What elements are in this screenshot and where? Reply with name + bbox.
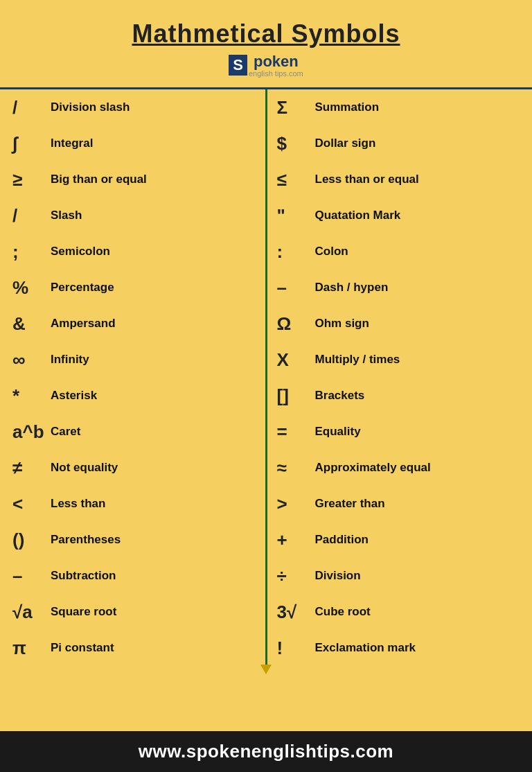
symbol-label: Dash / hypen [315, 281, 520, 295]
divider-row [0, 82, 532, 89]
brand-name: poken [254, 53, 299, 70]
right-row: [] Brackets [267, 378, 533, 414]
right-row: 3√ Cube root [267, 594, 533, 630]
symbol-label: Asterisk [51, 389, 257, 403]
left-row: & Ampersand [0, 306, 265, 342]
left-row: < Less than [0, 486, 265, 522]
right-row: – Dash / hypen [267, 270, 533, 306]
symbol-label: Division slash [51, 100, 257, 114]
left-row: / Division slash [0, 89, 265, 125]
symbol-label: Quatation Mark [315, 209, 520, 222]
right-row: : Colon [267, 234, 533, 270]
right-column: Σ Summation $ Dollar sign ≤ Less than or… [267, 89, 533, 666]
symbol: < [12, 493, 51, 515]
symbol-label: Not equality [51, 461, 257, 475]
symbol: $ [277, 133, 315, 155]
symbol-label: Exclamation mark [315, 641, 520, 655]
right-row: > Greater than [267, 486, 533, 522]
symbol-label: Brackets [315, 389, 520, 403]
symbol: ≤ [277, 169, 315, 191]
symbol: a^b [12, 421, 51, 443]
symbols-container: / Division slash ∫ Integral ≥ Big than o… [0, 89, 532, 666]
right-row: Σ Summation [267, 89, 533, 125]
left-row: ; Semicolon [0, 234, 265, 270]
right-row: X Multiply / times [267, 342, 533, 378]
left-row: () Parentheses [0, 522, 265, 558]
symbol: = [277, 421, 315, 443]
left-row: ≥ Big than or equal [0, 161, 265, 198]
symbol: [] [277, 385, 315, 407]
symbol: : [277, 241, 315, 263]
right-row: + Paddition [267, 522, 533, 558]
symbol: ! [277, 638, 315, 659]
symbol: Σ [277, 97, 315, 119]
symbol: 3√ [277, 602, 315, 623]
symbol: " [277, 205, 315, 227]
symbol-label: Percentage [51, 281, 257, 295]
symbol-label: Ampersand [51, 317, 257, 331]
symbol: () [12, 529, 51, 551]
symbol: ; [12, 241, 51, 263]
symbol: ≠ [12, 457, 51, 479]
right-row: = Equality [267, 414, 533, 450]
symbol: * [12, 385, 51, 407]
symbol-label: Caret [51, 425, 257, 439]
symbol: ∫ [12, 133, 51, 155]
symbol-label: Equality [315, 425, 520, 439]
right-row: $ Dollar sign [267, 125, 533, 161]
symbol-label: Colon [315, 245, 520, 258]
symbol-label: Slash [51, 209, 257, 222]
left-row: π Pi constant [0, 630, 265, 666]
symbol: X [277, 349, 315, 371]
symbol-label: Greater than [315, 497, 520, 511]
left-row: % Percentage [0, 270, 265, 306]
symbol: / [12, 205, 51, 227]
brand-s: S [229, 55, 247, 76]
left-row: * Asterisk [0, 378, 265, 414]
symbol-label: Square root [51, 605, 257, 619]
right-row: ! Exclamation mark [267, 630, 533, 666]
symbol: + [277, 529, 315, 551]
footer-url: www.spokenenglishtips.com [139, 741, 393, 762]
symbol: – [12, 565, 51, 587]
symbol: Ω [277, 313, 315, 335]
symbol: ∞ [12, 349, 51, 371]
symbol-label: Pi constant [51, 641, 257, 655]
left-row: a^b Caret [0, 414, 265, 450]
symbol-label: Dollar sign [315, 137, 520, 150]
main-content: Mathmetical Symbols S poken english tips… [0, 0, 532, 731]
brand-badge: S poken english tips.com [229, 53, 303, 78]
right-row: " Quatation Mark [267, 198, 533, 234]
symbol-label: Approximately equal [315, 461, 520, 475]
left-row: – Subtraction [0, 558, 265, 594]
symbol-label: Ohm sign [315, 317, 520, 331]
footer: www.spokenenglishtips.com [0, 731, 532, 772]
left-row: ∫ Integral [0, 125, 265, 161]
symbol-label: Big than or equal [51, 173, 257, 186]
page-title: Mathmetical Symbols [7, 19, 525, 49]
title-section: Mathmetical Symbols S poken english tips… [0, 7, 532, 82]
symbol: ÷ [277, 565, 315, 587]
symbol-label: Cube root [315, 605, 520, 619]
symbol: ≈ [277, 457, 315, 479]
left-row: ≠ Not equality [0, 450, 265, 486]
symbol: √a [12, 602, 51, 623]
right-row: ≈ Approximately equal [267, 450, 533, 486]
symbol-label: Paddition [315, 533, 520, 547]
symbol: ≥ [12, 169, 51, 191]
symbol: % [12, 277, 51, 299]
symbol-label: Multiply / times [315, 353, 520, 367]
symbol-label: Integral [51, 137, 257, 150]
left-column: / Division slash ∫ Integral ≥ Big than o… [0, 89, 265, 666]
left-row: √a Square root [0, 594, 265, 630]
symbol-label: Summation [315, 100, 520, 114]
right-row: Ω Ohm sign [267, 306, 533, 342]
right-row: ÷ Division [267, 558, 533, 594]
left-row: ∞ Infinity [0, 342, 265, 378]
symbol-label: Division [315, 569, 520, 583]
symbol: / [12, 97, 51, 119]
symbol: > [277, 493, 315, 515]
symbol-label: Subtraction [51, 569, 257, 583]
vertical-divider [265, 89, 267, 666]
symbol-label: Less than [51, 497, 257, 511]
